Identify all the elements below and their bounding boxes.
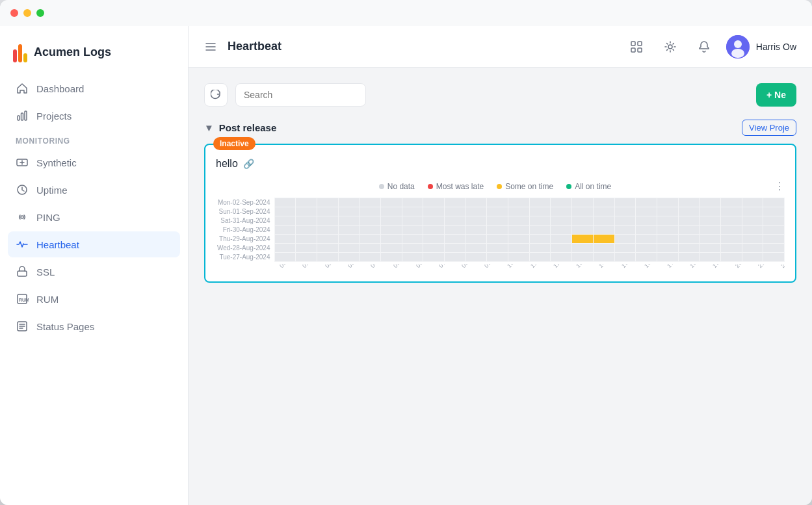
link-icon[interactable]: 🔗: [243, 159, 254, 169]
window-close-dot[interactable]: [10, 9, 18, 17]
monitoring-section-label: Monitoring: [0, 129, 188, 149]
legend-all-on-time: All on time: [566, 182, 611, 191]
time-label: 11:00:00: [529, 265, 550, 269]
svg-rect-12: [638, 48, 642, 52]
bell-icon[interactable]: [692, 35, 716, 58]
sidebar-label-uptime: Uptime: [36, 185, 68, 196]
time-label: 18:00:00: [688, 265, 709, 269]
inactive-badge: Inactive: [213, 137, 255, 150]
sidebar-item-ping[interactable]: PING: [8, 204, 180, 230]
legend-no-data-label: No data: [387, 182, 415, 191]
settings-icon[interactable]: [659, 35, 682, 58]
section-title: ▼ Post release: [204, 122, 276, 133]
time-label: 04:00:00: [369, 265, 390, 269]
table-row: Mon-02-Sep-2024: [216, 198, 785, 207]
time-label: 13:00:00: [575, 265, 596, 269]
sidebar-item-uptime[interactable]: Uptime: [8, 177, 180, 203]
time-label: 03:00:00: [347, 265, 367, 269]
sidebar-item-projects[interactable]: Projects: [8, 103, 180, 129]
table-row: Sun-01-Sep-2024: [216, 207, 785, 216]
window-maximize-dot[interactable]: [36, 9, 44, 17]
legend-most-was-late-label: Most was late: [436, 182, 484, 191]
sidebar-label-heartbeat: Heartbeat: [36, 239, 79, 250]
svg-rect-11: [631, 48, 635, 52]
legend-no-data: No data: [379, 182, 415, 191]
app-window: Acumen Logs Dashboard: [0, 0, 812, 505]
sidebar-item-synthetic[interactable]: Synthetic: [8, 149, 180, 175]
ssl-icon: [16, 265, 29, 278]
user-name: Harris Ow: [756, 42, 796, 52]
status-pages-icon: [16, 320, 29, 333]
table-row: Tue-27-Aug-2024: [216, 253, 785, 262]
sidebar: Acumen Logs Dashboard: [0, 26, 189, 505]
ping-icon: [16, 211, 29, 224]
time-label: 12:00:00: [552, 265, 573, 269]
monitor-title: hello: [216, 158, 238, 170]
refresh-button[interactable]: [204, 83, 228, 107]
chevron-down-icon[interactable]: ▼: [204, 122, 214, 133]
table-row: Wed-28-Aug-2024: [216, 244, 785, 253]
main-content: Heartbeat: [189, 26, 812, 505]
topbar: Heartbeat: [189, 26, 812, 68]
svg-rect-1: [21, 113, 23, 120]
table-row: Thu-29-Aug-2024: [216, 235, 785, 244]
svg-rect-5: [18, 271, 27, 276]
time-label: 09:00:00: [483, 265, 504, 269]
legend-most-was-late: Most was late: [428, 182, 484, 191]
title-bar: [0, 0, 812, 26]
chart-menu-icon[interactable]: ⋮: [774, 180, 785, 192]
sidebar-item-status-pages[interactable]: Status Pages: [8, 313, 180, 339]
svg-point-13: [668, 45, 672, 49]
legend-all-on-time-label: All on time: [575, 182, 611, 191]
time-label: 21:00:00: [757, 265, 778, 269]
menu-icon[interactable]: [204, 40, 217, 53]
svg-rect-9: [631, 42, 635, 45]
content-area: + Ne ▼ Post release View Proje Inactive: [189, 68, 812, 505]
sidebar-label-ping: PING: [36, 212, 60, 223]
time-label: 22:00:00: [779, 265, 785, 269]
sidebar-label-synthetic: Synthetic: [36, 157, 77, 168]
svg-text:RUM: RUM: [19, 298, 29, 302]
sidebar-item-heartbeat[interactable]: Heartbeat: [8, 231, 180, 257]
content-toolbar: + Ne: [204, 83, 796, 107]
sidebar-item-ssl[interactable]: SSL: [8, 259, 180, 285]
legend-some-on-time: Some on time: [497, 182, 553, 191]
synthetic-icon: [16, 156, 29, 169]
rum-icon: RUM: [16, 292, 29, 305]
time-label: 08:00:00: [460, 265, 481, 269]
page-title: Heartbeat: [228, 40, 614, 53]
apps-icon[interactable]: [625, 35, 648, 58]
sidebar-logo: Acumen Logs: [0, 36, 188, 75]
svg-rect-2: [25, 111, 27, 120]
sidebar-label-dashboard: Dashboard: [36, 83, 84, 94]
time-label: 14:00:00: [597, 265, 618, 269]
svg-rect-0: [18, 116, 20, 120]
sidebar-label-projects: Projects: [36, 110, 72, 122]
avatar: [726, 35, 750, 58]
sidebar-label-ssl: SSL: [36, 266, 55, 278]
user-section[interactable]: Harris Ow: [726, 35, 796, 58]
uptime-icon: [16, 183, 29, 196]
time-label: 19:00:00: [711, 265, 732, 269]
svg-rect-10: [638, 42, 642, 45]
sidebar-item-dashboard[interactable]: Dashboard: [8, 75, 180, 101]
time-label: 20:00:00: [734, 265, 755, 269]
window-minimize-dot[interactable]: [23, 9, 31, 17]
home-icon: [16, 82, 29, 95]
search-input[interactable]: [235, 83, 366, 107]
time-label: 01:00:00: [301, 265, 322, 269]
time-label: 15:00:00: [620, 265, 641, 269]
sidebar-item-rum[interactable]: RUM RUM: [8, 286, 180, 312]
monitor-card: Inactive hello 🔗 No data: [204, 144, 796, 283]
svg-point-16: [731, 49, 744, 58]
view-project-button[interactable]: View Proje: [742, 120, 796, 136]
time-label: 02:00:00: [324, 265, 345, 269]
table-row: Sat-31-Aug-2024: [216, 216, 785, 226]
new-button[interactable]: + Ne: [756, 83, 796, 107]
time-label: 17:00:00: [666, 265, 687, 269]
time-label: 16:00:00: [643, 265, 664, 269]
chart-container: No data Most was late Some on time: [216, 180, 785, 271]
time-label: 07:00:00: [438, 265, 458, 269]
sidebar-label-rum: RUM: [36, 294, 59, 305]
svg-point-15: [734, 40, 742, 48]
